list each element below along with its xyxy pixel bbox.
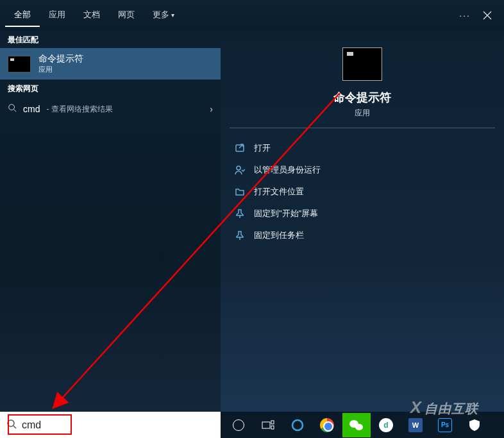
pin-start-icon [235,208,245,219]
security-button[interactable] [460,413,489,437]
circle-icon [233,419,244,431]
svg-rect-9 [271,421,274,424]
svg-point-6 [8,420,14,426]
preview-app-icon [342,47,382,81]
task-view-button[interactable] [254,413,282,437]
web-search-desc: - 查看网络搜索结果 [46,104,112,115]
action-run-as-admin-label: 以管理员身份运行 [254,164,321,176]
wechat-button[interactable] [342,413,371,437]
chevron-right-icon: › [210,104,213,114]
svg-rect-10 [271,426,274,429]
web-search-header: 搜索网页 [0,80,221,97]
photoshop-icon: Ps [438,418,452,432]
taskbar: d W Ps [221,412,504,438]
task-view-icon [262,420,274,430]
search-header: 全部 应用 文档 网页 更多 ··· [0,0,504,31]
best-match-header: 最佳匹配 [0,31,221,48]
svg-rect-8 [262,422,270,428]
app-button-1[interactable]: d [372,413,400,437]
search-box[interactable] [0,412,221,438]
word-button[interactable]: W [401,413,430,437]
main-area: 最佳匹配 命令提示符 应用 搜索网页 cmd - 查看网络搜索结果 › 命令提示… [0,31,504,412]
svg-point-5 [237,166,240,170]
preview-header: 命令提示符 应用 [230,41,495,128]
cmd-app-icon [8,56,31,72]
action-pin-taskbar-label: 固定到任务栏 [254,230,304,241]
best-match-subtitle: 应用 [38,65,83,74]
cortana-ring-icon [290,418,305,432]
action-pin-start-label: 固定到"开始"屏幕 [254,208,318,219]
preview-title: 命令提示符 [230,90,495,105]
admin-icon [235,165,245,175]
bottom-bar: d W Ps [0,412,504,438]
svg-point-2 [9,105,15,110]
svg-point-11 [292,420,303,430]
tab-more[interactable]: 更多 [144,4,183,27]
search-input-icon [6,419,17,432]
app-icon-1: d [379,418,393,432]
header-actions: ··· [459,10,499,21]
close-icon[interactable] [482,10,492,21]
folder-icon [235,187,245,197]
action-run-as-admin[interactable]: 以管理员身份运行 [230,159,495,181]
tab-apps[interactable]: 应用 [40,4,74,27]
best-match-result[interactable]: 命令提示符 应用 [0,48,221,80]
more-options-icon[interactable]: ··· [459,10,471,21]
tab-web[interactable]: 网页 [109,4,144,27]
preview-subtitle: 应用 [230,108,495,119]
best-match-title: 命令提示符 [38,53,83,65]
word-icon: W [408,418,423,432]
pin-taskbar-icon [235,230,245,240]
search-input[interactable] [17,416,214,435]
results-panel: 最佳匹配 命令提示符 应用 搜索网页 cmd - 查看网络搜索结果 › [0,31,221,412]
svg-line-3 [14,110,17,112]
cortana-button[interactable] [224,413,253,437]
open-icon [235,143,245,153]
web-search-term: cmd [23,104,40,114]
web-search-result[interactable]: cmd - 查看网络搜索结果 › [0,97,221,121]
svg-point-13 [355,424,363,430]
wechat-icon [349,419,364,432]
chrome-button[interactable] [313,413,341,437]
action-pin-taskbar[interactable]: 固定到任务栏 [230,224,495,246]
filter-tabs: 全部 应用 文档 网页 更多 [5,4,183,27]
preview-actions: 打开 以管理员身份运行 打开文件位置 固定到"开始"屏幕 固定到任务栏 [230,128,495,246]
action-pin-start[interactable]: 固定到"开始"屏幕 [230,203,495,224]
cortana-ring-button[interactable] [283,413,312,437]
tab-docs[interactable]: 文档 [74,4,109,27]
svg-line-7 [13,426,16,428]
action-open[interactable]: 打开 [230,137,495,159]
action-open-location[interactable]: 打开文件位置 [230,181,495,203]
chrome-icon [320,418,334,432]
best-match-text: 命令提示符 应用 [38,53,83,74]
action-open-label: 打开 [254,142,271,154]
tab-all[interactable]: 全部 [5,4,40,27]
action-open-location-label: 打开文件位置 [254,186,304,198]
photoshop-button[interactable]: Ps [431,413,459,437]
search-icon [8,103,17,115]
preview-panel: 命令提示符 应用 打开 以管理员身份运行 打开文件位置 固定到"开始"屏幕 [221,31,504,412]
shield-icon [468,419,481,432]
